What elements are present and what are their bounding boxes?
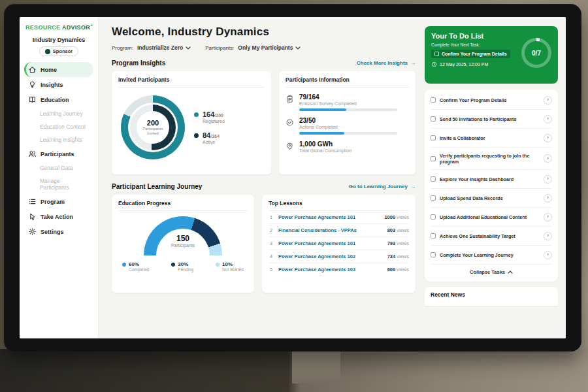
lesson-views-value: 734: [387, 253, 396, 259]
sidebar-item-settings[interactable]: Settings: [24, 224, 93, 239]
chevron-up-icon: [508, 270, 513, 274]
lesson-views-label: views: [397, 214, 409, 220]
checkbox-icon[interactable]: [431, 195, 436, 201]
gauge-center-value: 150: [144, 234, 222, 243]
task-row-8[interactable]: Achieve One Sustainability Target ›: [431, 227, 552, 246]
sidebar-item-take-action[interactable]: Take Action: [24, 209, 93, 224]
education-card-title: Education Progress: [118, 200, 248, 211]
task-row-2[interactable]: Send 50 Invitations to Participants ›: [431, 110, 552, 129]
go-to-learning-journey-link[interactable]: Go to Learning Journey →: [349, 184, 416, 189]
sidebar-item-learning-insights[interactable]: Learning Insights: [24, 133, 93, 146]
task-row-3[interactable]: Invite a Collaborator ›: [431, 129, 552, 148]
pending-dot-icon: [171, 263, 175, 267]
active-total: /164: [210, 134, 220, 139]
sponsor-icon: [45, 49, 50, 54]
chevron-right-icon[interactable]: ›: [544, 251, 552, 259]
chevron-right-icon[interactable]: ›: [544, 213, 552, 221]
gear-icon: [28, 227, 37, 236]
lesson-link[interactable]: Power Purchase Agreements 102: [278, 253, 383, 259]
task-row-4[interactable]: Verify participants requesting to join t…: [431, 148, 552, 170]
task-label: Explore Your Insights Dashboard: [440, 176, 540, 182]
registered-dot-icon: [194, 112, 199, 117]
active-label: Active: [203, 140, 220, 144]
chevron-right-icon[interactable]: ›: [544, 154, 552, 163]
emission-survey-value: 79/164: [299, 93, 397, 101]
task-row-9[interactable]: Complete Your Learning Journey ›: [431, 246, 552, 265]
chevron-right-icon[interactable]: ›: [544, 115, 552, 123]
participants-filter-dropdown[interactable]: Only My Participants: [238, 44, 301, 51]
lesson-row-1: 1 Power Purchase Agreements 101 1000 vie…: [269, 211, 409, 224]
invited-legend: 164/200 Registered 84/164 Active: [194, 110, 225, 144]
sidebar-item-learning-journey[interactable]: Learning Journey: [24, 107, 93, 120]
checkbox-icon[interactable]: [434, 52, 439, 56]
sidebar-item-education-content[interactable]: Education Content: [24, 120, 93, 133]
checkbox-icon[interactable]: [431, 214, 436, 220]
registered-value: 164: [203, 110, 214, 118]
todo-next-task[interactable]: Confirm Your Program Details: [431, 50, 510, 58]
lesson-link[interactable]: Financial Considerations - VPPAs: [278, 227, 383, 233]
lesson-views-value: 803: [387, 227, 396, 233]
lesson-rank: 5: [269, 267, 274, 272]
screen: RESOURCE ADVISOR+ Industry Dynamics Spon…: [20, 17, 566, 338]
pending-label: Pending: [178, 267, 193, 272]
checkbox-icon[interactable]: [431, 97, 436, 103]
lesson-views-label: views: [397, 240, 409, 246]
lesson-link[interactable]: Power Purchase Agreements 101: [278, 214, 380, 220]
location-pin-icon: [286, 141, 294, 153]
chevron-down-icon: [295, 46, 301, 50]
sidebar-item-manage-participants[interactable]: Manage Participants: [24, 174, 93, 194]
task-label: Invite a Collaborator: [440, 135, 540, 141]
participants-filter-value: Only My Participants: [238, 44, 293, 51]
checkbox-icon[interactable]: [431, 233, 436, 238]
sidebar-item-education[interactable]: Education: [24, 92, 93, 107]
sidebar-item-participants[interactable]: Participants: [24, 146, 93, 161]
sidebar-item-home[interactable]: Home: [24, 62, 93, 77]
not-started-pct: 10%: [222, 261, 244, 267]
page-title: Welcome, Industry Dynamics: [112, 25, 416, 39]
task-label: Verify participants requesting to join t…: [440, 153, 540, 165]
not-started-dot-icon: [216, 263, 220, 267]
lightbulb-icon: [28, 80, 37, 89]
sidebar-item-general-data[interactable]: General Data: [24, 161, 93, 174]
nav-label-settings: Settings: [41, 229, 64, 235]
logo-plus: +: [90, 23, 93, 27]
task-row-7[interactable]: Upload Additional Educational Content ›: [431, 208, 552, 227]
chevron-right-icon[interactable]: ›: [544, 194, 552, 203]
collapse-tasks-label: Collapse Tasks: [470, 269, 505, 275]
actions-completed-label: Actions Completed: [299, 125, 397, 129]
nav-label-take-action: Take Action: [41, 214, 73, 220]
chevron-right-icon[interactable]: ›: [544, 96, 552, 105]
program-filter-dropdown[interactable]: Industrialize Zero: [137, 44, 191, 51]
lesson-row-2: 2 Financial Considerations - VPPAs 803 v…: [269, 224, 409, 237]
task-label: Confirm Your Program Details: [440, 97, 540, 103]
checkbox-icon[interactable]: [431, 252, 436, 257]
sidebar-item-insights[interactable]: Insights: [24, 77, 93, 92]
chevron-right-icon[interactable]: ›: [544, 232, 552, 240]
task-row-5[interactable]: Explore Your Insights Dashboard ›: [431, 170, 552, 189]
program-filter-label: Program:: [112, 45, 133, 51]
task-row-1[interactable]: Confirm Your Program Details ›: [431, 91, 552, 110]
checkbox-icon[interactable]: [431, 135, 436, 140]
clipboard-icon: [286, 94, 294, 106]
check-more-insights-label: Check More Insights: [357, 60, 408, 66]
lesson-link[interactable]: Power Purchase Agreements 101: [278, 240, 383, 246]
task-label: Upload Spend Data Records: [440, 195, 540, 201]
chevron-right-icon[interactable]: ›: [544, 175, 552, 184]
checkbox-icon[interactable]: [431, 156, 436, 161]
legend-active: 84/164 Active: [194, 131, 225, 144]
check-more-insights-link[interactable]: Check More Insights →: [357, 60, 416, 66]
checkbox-icon[interactable]: [431, 116, 436, 122]
todo-next-task-label: Confirm Your Program Details: [442, 52, 507, 56]
participants-information-card: Participants Information 79/164 Emission…: [279, 71, 416, 174]
legend-registered: 164/200 Registered: [194, 110, 225, 123]
chevron-right-icon[interactable]: ›: [544, 134, 552, 142]
task-row-6[interactable]: Upload Spend Data Records ›: [431, 189, 552, 208]
info-card-title: Participants Information: [286, 76, 409, 88]
monitor-stand: [292, 347, 340, 384]
sidebar-item-program[interactable]: Program: [24, 194, 93, 209]
collapse-tasks-button[interactable]: Collapse Tasks: [431, 265, 552, 280]
filters-bar: Program: Industrialize Zero Participants…: [112, 44, 416, 51]
checkbox-icon[interactable]: [431, 176, 436, 182]
lesson-link[interactable]: Power Purchase Agreements 103: [278, 267, 383, 272]
education-progress-card: Education Progress 150 Participants: [112, 195, 254, 293]
